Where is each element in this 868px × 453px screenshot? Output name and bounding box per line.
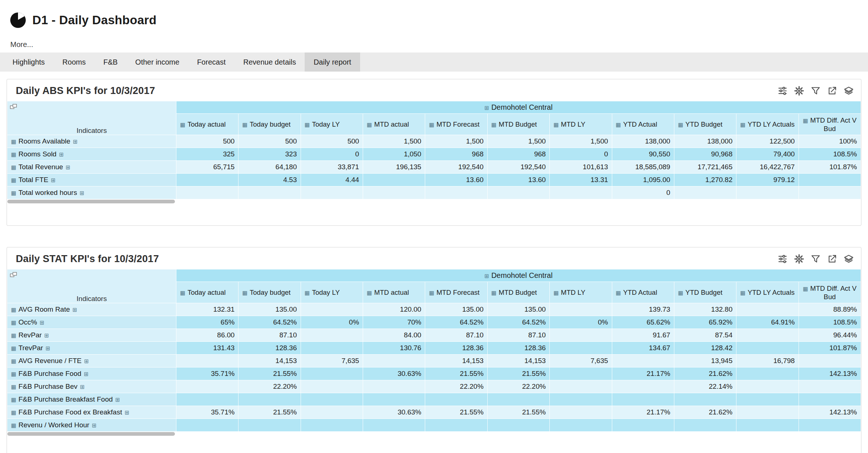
sheet-icon: ▦ bbox=[11, 371, 16, 377]
layers-icon[interactable] bbox=[844, 86, 854, 96]
gear-icon[interactable] bbox=[794, 254, 804, 264]
panel-title: Daily STAT KPI's for 10/3/2017 bbox=[16, 253, 159, 265]
row-label: TrevPar bbox=[18, 344, 43, 352]
value-cell: 192,540 bbox=[425, 161, 487, 174]
value-cell: 7,635 bbox=[550, 355, 612, 367]
expand-icon[interactable]: ⊞ bbox=[115, 396, 120, 403]
column-header[interactable]: ▦YTD Actual bbox=[612, 282, 674, 303]
row-label-cell[interactable]: ▦AVG Room Rate⊞ bbox=[7, 303, 176, 316]
expand-icon[interactable]: ⊞ bbox=[80, 190, 85, 196]
column-header[interactable]: ▦Today actual bbox=[176, 114, 238, 135]
column-header[interactable]: ▦MTD Budget bbox=[487, 114, 549, 135]
column-header[interactable]: ▦YTD LY Actuals bbox=[736, 282, 799, 303]
row-label-cell[interactable]: ▦AVG Revenue / FTE⊞ bbox=[7, 355, 176, 367]
panes-icon[interactable] bbox=[10, 271, 17, 277]
column-header[interactable]: ▦MTD Forecast bbox=[425, 114, 487, 135]
value-cell: 0 bbox=[301, 148, 363, 161]
expand-icon[interactable]: ⊞ bbox=[46, 345, 50, 351]
value-cell bbox=[612, 380, 674, 393]
column-header[interactable]: ▦Today budget bbox=[238, 114, 301, 135]
expand-icon[interactable]: ⊞ bbox=[44, 332, 49, 338]
column-header[interactable]: ▦MTD Budget bbox=[487, 282, 549, 303]
tab-highlights[interactable]: Highlights bbox=[4, 52, 54, 72]
value-cell bbox=[612, 355, 674, 367]
row-label-cell[interactable]: ▦Rooms Available⊞ bbox=[7, 135, 176, 148]
expand-icon[interactable]: ⊞ bbox=[125, 409, 129, 416]
column-header[interactable]: ▦YTD Budget bbox=[674, 282, 736, 303]
row-label-cell[interactable]: ▦F&B Purchase Breakfast Food⊞ bbox=[7, 393, 176, 406]
tab-daily-report[interactable]: Daily report bbox=[305, 52, 360, 72]
column-header[interactable]: ▦Today actual bbox=[176, 282, 238, 303]
group-header[interactable]: ⊞Demohotel Central bbox=[176, 101, 861, 114]
column-header[interactable]: ▦YTD LY Actuals bbox=[736, 114, 799, 135]
filter-icon[interactable] bbox=[811, 86, 821, 96]
column-header[interactable]: ▦MTD LY bbox=[550, 282, 612, 303]
gear-icon[interactable] bbox=[794, 86, 804, 96]
column-header[interactable]: ▦MTD Diff. Act V Bud bbox=[799, 282, 861, 303]
column-header[interactable]: ▦MTD Forecast bbox=[425, 282, 487, 303]
tab-revenue-details[interactable]: Revenue details bbox=[234, 52, 305, 72]
column-header[interactable]: ▦Today budget bbox=[238, 282, 301, 303]
tab-other-income[interactable]: Other income bbox=[126, 52, 188, 72]
expand-icon[interactable]: ⊞ bbox=[484, 105, 489, 111]
sheet-icon: ▦ bbox=[11, 396, 16, 403]
filter-icon[interactable] bbox=[811, 254, 821, 264]
value-cell: 128.42 bbox=[674, 342, 736, 355]
horizontal-scrollbar[interactable] bbox=[7, 200, 175, 203]
column-header[interactable]: ▦MTD Diff. Act V Bud bbox=[799, 114, 861, 135]
expand-icon[interactable]: ⊞ bbox=[66, 164, 71, 170]
tab-forecast[interactable]: Forecast bbox=[188, 52, 234, 72]
row-label-cell[interactable]: ▦Total worked hours⊞ bbox=[7, 186, 176, 199]
row-label-cell[interactable]: ▦RevPar⊞ bbox=[7, 329, 176, 342]
value-cell: 64.91% bbox=[736, 316, 799, 329]
panes-icon[interactable] bbox=[10, 103, 17, 109]
value-cell: 128.36 bbox=[238, 342, 301, 355]
expand-icon[interactable]: ⊞ bbox=[84, 358, 89, 364]
expand-icon[interactable]: ⊞ bbox=[59, 151, 64, 157]
value-cell: 64.52% bbox=[487, 316, 549, 329]
row-label-cell[interactable]: ▦Total FTE⊞ bbox=[7, 174, 176, 186]
layers-icon[interactable] bbox=[844, 254, 854, 264]
value-cell: 35.71% bbox=[176, 367, 238, 380]
value-cell bbox=[736, 393, 799, 406]
tune-icon[interactable] bbox=[778, 86, 788, 96]
group-header[interactable]: ⊞Demohotel Central bbox=[176, 269, 861, 282]
expand-icon[interactable]: ⊞ bbox=[40, 319, 44, 326]
row-label-cell[interactable]: ▦Rooms Sold⊞ bbox=[7, 148, 176, 161]
column-header[interactable]: ▦Today LY bbox=[301, 114, 363, 135]
row-label-cell[interactable]: ▦F&B Purchase Bev⊞ bbox=[7, 380, 176, 393]
column-header[interactable]: ▦MTD LY bbox=[550, 114, 612, 135]
horizontal-scrollbar[interactable] bbox=[7, 432, 175, 436]
tab-rooms[interactable]: Rooms bbox=[54, 52, 94, 72]
table-body: ▦AVG Room Rate⊞132.31135.00120.00135.001… bbox=[7, 303, 861, 432]
row-label-cell[interactable]: ▦Revenu / Worked Hour⊞ bbox=[7, 419, 176, 432]
tune-icon[interactable] bbox=[778, 254, 788, 264]
export-icon[interactable] bbox=[827, 254, 837, 264]
column-header[interactable]: ▦YTD Budget bbox=[674, 114, 736, 135]
value-cell: 84.00 bbox=[363, 329, 425, 342]
expand-icon[interactable]: ⊞ bbox=[484, 273, 489, 279]
value-cell bbox=[736, 303, 799, 316]
expand-icon[interactable]: ⊞ bbox=[51, 177, 56, 183]
row-label-cell[interactable]: ▦Occ%⊞ bbox=[7, 316, 176, 329]
expand-icon[interactable]: ⊞ bbox=[72, 307, 77, 313]
value-cell bbox=[550, 303, 612, 316]
tab-f-b[interactable]: F&B bbox=[94, 52, 126, 72]
expand-icon[interactable]: ⊞ bbox=[92, 422, 97, 428]
expand-icon[interactable]: ⊞ bbox=[73, 138, 78, 145]
indicators-label: Indicators bbox=[76, 295, 107, 302]
sheet-icon: ▦ bbox=[11, 164, 16, 170]
column-header[interactable]: ▦MTD actual bbox=[363, 282, 425, 303]
more-link[interactable]: More... bbox=[10, 40, 868, 49]
row-label-cell[interactable]: ▦F&B Purchase Food ex Breakfast⊞ bbox=[7, 406, 176, 419]
row-label-cell[interactable]: ▦F&B Purchase Food⊞ bbox=[7, 367, 176, 380]
export-icon[interactable] bbox=[827, 86, 837, 96]
column-header[interactable]: ▦MTD actual bbox=[363, 114, 425, 135]
expand-icon[interactable]: ⊞ bbox=[84, 371, 89, 377]
value-cell: 142.13% bbox=[799, 406, 861, 419]
expand-icon[interactable]: ⊞ bbox=[80, 384, 85, 390]
column-header[interactable]: ▦YTD Actual bbox=[612, 114, 674, 135]
row-label-cell[interactable]: ▦Total Revenue⊞ bbox=[7, 161, 176, 174]
column-header[interactable]: ▦Today LY bbox=[301, 282, 363, 303]
row-label-cell[interactable]: ▦TrevPar⊞ bbox=[7, 342, 176, 355]
